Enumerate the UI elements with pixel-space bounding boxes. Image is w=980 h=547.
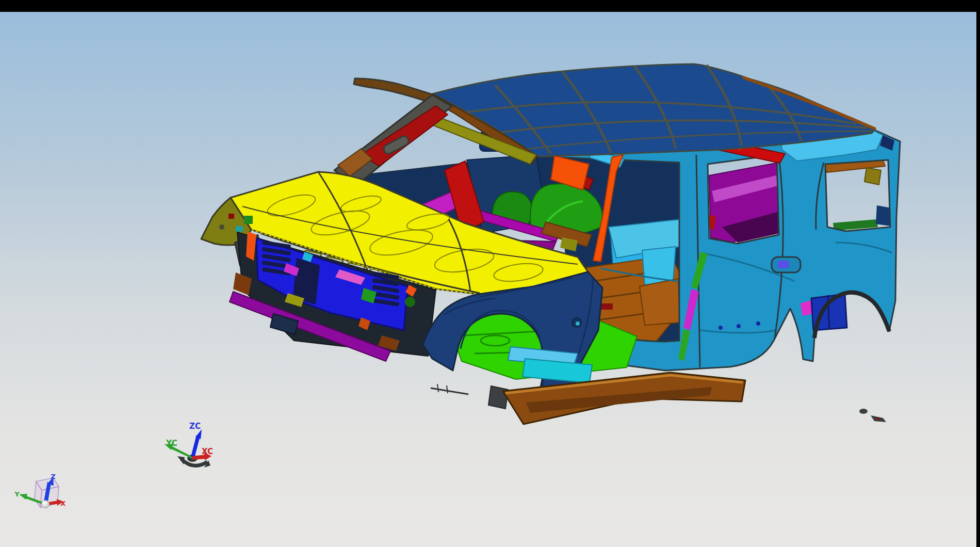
- abs-x-label: X: [60, 500, 66, 507]
- abs-z-label: Z: [51, 473, 55, 480]
- fender-chip-teal: [236, 226, 243, 232]
- debris-1[interactable]: [859, 409, 868, 414]
- sill-inner-brown: [640, 279, 680, 325]
- abs-y-label: Y: [14, 490, 20, 498]
- fender-hole-cyan: [576, 321, 580, 326]
- debris-red-mark: [876, 418, 880, 420]
- door-latch: [778, 261, 789, 268]
- fender-hole: [219, 224, 224, 230]
- fender-chip-green: [244, 216, 253, 224]
- wcs-x-label: XC: [202, 447, 213, 456]
- abs-origin-sphere[interactable]: [42, 501, 50, 508]
- quarter-bracket: [864, 168, 881, 185]
- wcs-y-label: YC: [166, 439, 177, 448]
- top-black-bar: [0, 0, 980, 12]
- right-black-bar: [976, 0, 980, 547]
- fascia-green-circle: [405, 297, 415, 307]
- fender-chip-red: [228, 214, 234, 219]
- cad-graphics-window[interactable]: ZC YC XC Z Y X: [0, 0, 980, 547]
- step-bracket: [488, 386, 508, 409]
- wcs-z-label: ZC: [189, 422, 201, 431]
